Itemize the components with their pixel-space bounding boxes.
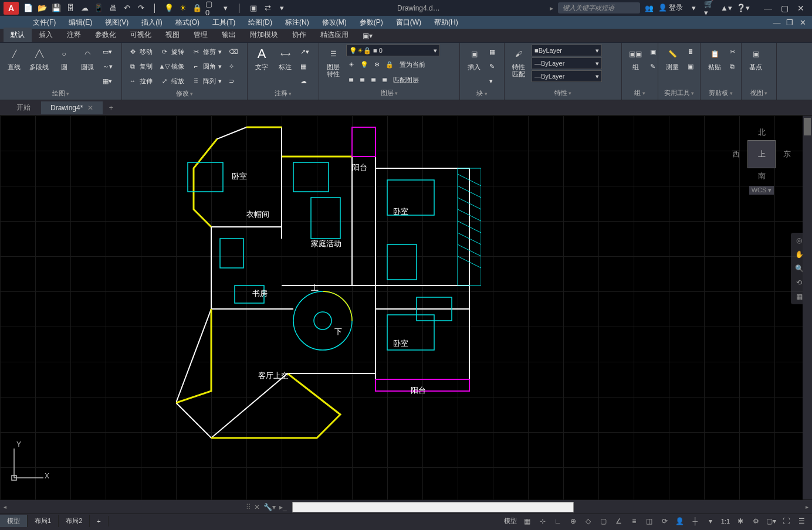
grid-toggle-icon[interactable]: ▦ bbox=[520, 515, 534, 527]
menu-help[interactable]: 帮助(H) bbox=[428, 16, 464, 29]
menu-insert[interactable]: 插入(I) bbox=[136, 16, 168, 29]
cmd-grip-icon[interactable]: ⠿ bbox=[246, 503, 250, 511]
customize-icon[interactable]: ☰ bbox=[794, 515, 808, 527]
anno-icon[interactable]: ✱ bbox=[733, 515, 747, 527]
layer-combo[interactable]: 💡☀🔒 ■ 0▾ bbox=[346, 45, 440, 56]
close-tab-icon[interactable]: ✕ bbox=[87, 104, 93, 112]
hatch-icon[interactable]: ▦▾ bbox=[100, 74, 115, 88]
help-icon[interactable]: ❔▾ bbox=[737, 2, 749, 14]
panel-util-title[interactable]: 实用工具 bbox=[662, 87, 696, 98]
array-button[interactable]: ⠿阵列 ▾ bbox=[189, 74, 224, 88]
linetype-combo[interactable]: — ByLayer▾ bbox=[532, 70, 602, 82]
leader-icon[interactable]: ↗▾ bbox=[298, 45, 312, 59]
viewcube-south[interactable]: 南 bbox=[732, 171, 791, 181]
tab-manage[interactable]: 管理 bbox=[187, 28, 215, 42]
create-block-icon[interactable]: ▦ bbox=[487, 45, 498, 59]
command-input[interactable] bbox=[292, 502, 574, 512]
workspace-icon[interactable]: ▢▾ bbox=[764, 515, 778, 527]
ortho-icon[interactable]: ∟ bbox=[551, 515, 565, 527]
trim-button[interactable]: ✂修剪 ▾ bbox=[189, 45, 224, 59]
paste-button[interactable]: 📋粘贴 bbox=[704, 45, 725, 72]
layer-box-icon[interactable]: ▢ 0 bbox=[205, 2, 217, 14]
lwt-icon[interactable]: ≡ bbox=[627, 515, 641, 527]
move-button[interactable]: ✥移动 bbox=[126, 45, 155, 59]
user-icon[interactable]: 👤 登录 bbox=[658, 3, 683, 13]
dyn-icon[interactable]: ┼ bbox=[688, 515, 702, 527]
rotate-button[interactable]: ⟳旋转 bbox=[157, 45, 187, 59]
tab-collab[interactable]: 协作 bbox=[285, 28, 313, 42]
scale-label[interactable]: 1:1 bbox=[719, 518, 732, 525]
redo-icon[interactable]: ↷ bbox=[135, 2, 147, 14]
measure-button[interactable]: 📏测量 bbox=[662, 45, 683, 72]
viewcube-north[interactable]: 北 bbox=[732, 127, 791, 138]
set-current-button[interactable]: 置为当前 bbox=[397, 57, 428, 72]
scale-button[interactable]: ⤢缩放 bbox=[157, 74, 187, 88]
polar-icon[interactable]: ⊕ bbox=[566, 515, 580, 527]
sun-icon[interactable]: ☀ bbox=[177, 2, 189, 14]
tab-output[interactable]: 输出 bbox=[215, 28, 243, 42]
menu-dim[interactable]: 标注(N) bbox=[279, 16, 315, 29]
tab-annotate[interactable]: 注释 bbox=[60, 28, 88, 42]
otrack-icon[interactable]: ∠ bbox=[612, 515, 626, 527]
bulb-on-icon[interactable]: 💡 bbox=[163, 2, 175, 14]
tab-layout1[interactable]: 布局1 bbox=[28, 515, 59, 527]
spline-icon[interactable]: ～▾ bbox=[100, 59, 115, 73]
tab-apps[interactable]: 精选应用 bbox=[313, 28, 356, 42]
iso-icon[interactable]: ◇ bbox=[581, 515, 596, 527]
color-combo[interactable]: ■ ByLayer▾ bbox=[532, 45, 602, 56]
lock-icon[interactable]: 🔒 bbox=[191, 2, 203, 14]
window-icon[interactable]: ▣ bbox=[248, 2, 259, 14]
erase-icon[interactable]: ⌫ bbox=[226, 45, 241, 59]
wheel-icon[interactable]: ◎ bbox=[796, 236, 802, 244]
arc-button[interactable]: ◠圆弧 bbox=[77, 45, 98, 72]
select-icon[interactable]: ▣ bbox=[685, 59, 696, 73]
close-button[interactable]: ✕ bbox=[793, 2, 808, 14]
panel-view-title[interactable]: 视图 bbox=[745, 87, 773, 98]
group-button[interactable]: ▣▣组 bbox=[625, 45, 645, 72]
doc-minimize-icon[interactable]: — bbox=[771, 16, 783, 28]
cycling-icon[interactable]: ⟳ bbox=[658, 515, 672, 527]
panel-modify-title[interactable]: 修改 bbox=[126, 88, 243, 99]
open-icon[interactable]: 📂 bbox=[36, 2, 48, 14]
new-icon[interactable]: 📄 bbox=[22, 2, 34, 14]
menu-window[interactable]: 窗口(W) bbox=[390, 16, 427, 29]
tab-vis[interactable]: 可视化 bbox=[123, 28, 158, 42]
mirror-button[interactable]: ▲▽镜像 bbox=[157, 59, 187, 73]
menu-format[interactable]: 格式(O) bbox=[170, 16, 205, 29]
print-icon[interactable]: 🖶 bbox=[107, 2, 119, 14]
layer-tool2-icon[interactable]: ≣ bbox=[357, 73, 367, 87]
tab-plus[interactable]: + bbox=[90, 516, 108, 526]
tab-start[interactable]: 开始 bbox=[7, 100, 40, 115]
cut-icon[interactable]: ✂ bbox=[728, 45, 737, 59]
match-props-button[interactable]: 🖌特性 匹配 bbox=[508, 45, 529, 79]
share-icon[interactable]: ⇄ bbox=[262, 2, 273, 14]
tab-insert[interactable]: 插入 bbox=[32, 28, 60, 42]
search-input[interactable]: 键入关键字或短语 bbox=[558, 2, 640, 13]
menu-draw[interactable]: 绘图(D) bbox=[242, 16, 278, 29]
layer-lock-icon[interactable]: 🔒 bbox=[383, 57, 396, 72]
cmd-wrench-icon[interactable]: 🔧▾ bbox=[263, 503, 276, 511]
orbit-icon[interactable]: ⟲ bbox=[796, 278, 802, 287]
menu-modify[interactable]: 修改(M) bbox=[316, 16, 353, 29]
cloud-icon[interactable]: ☁ bbox=[79, 2, 90, 14]
panel-draw-title[interactable]: 绘图 bbox=[4, 88, 118, 99]
3dosnap-icon[interactable]: 👤 bbox=[673, 515, 687, 527]
qp-icon[interactable]: ▾ bbox=[703, 515, 718, 527]
save-icon[interactable]: 💾 bbox=[50, 2, 62, 14]
menu-tools[interactable]: 工具(T) bbox=[207, 16, 241, 29]
maximize-button[interactable]: ▢ bbox=[777, 2, 792, 14]
edit-block-icon[interactable]: ✎ bbox=[487, 59, 498, 73]
insert-block-button[interactable]: ▣插入 bbox=[463, 45, 485, 72]
panel-group-title[interactable]: 组 bbox=[625, 87, 654, 98]
dim-button[interactable]: ⟷标注 bbox=[275, 45, 296, 72]
minimize-button[interactable]: — bbox=[760, 2, 776, 14]
layer-props-button[interactable]: ☰图层 特性 bbox=[323, 45, 344, 79]
autodesk-icon[interactable]: ▲▾ bbox=[720, 2, 732, 14]
mobile-icon[interactable]: 📱 bbox=[93, 2, 104, 14]
tab-layout2[interactable]: 布局2 bbox=[59, 515, 90, 527]
wcs-label[interactable]: WCS ▾ bbox=[749, 186, 774, 195]
lineweight-combo[interactable]: — ByLayer▾ bbox=[532, 57, 602, 69]
tab-model[interactable]: 模型 bbox=[0, 515, 28, 527]
tab-expand-icon[interactable]: ▣▾ bbox=[356, 29, 380, 42]
clean-icon[interactable]: ⛶ bbox=[779, 515, 793, 527]
